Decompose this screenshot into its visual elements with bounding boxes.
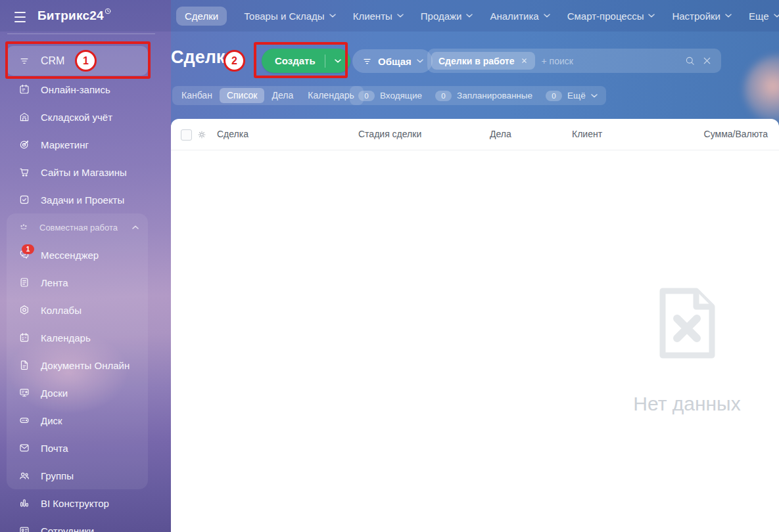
empty-state: Нет данных bbox=[592, 286, 779, 415]
view-tab-список[interactable]: Список bbox=[220, 88, 265, 103]
sidebar-item-сайты-и-магазины[interactable]: Сайты и Магазины bbox=[7, 158, 148, 186]
sidebar-section-label: Совместная работа bbox=[39, 223, 118, 233]
view-tab-дела[interactable]: Дела bbox=[264, 88, 300, 103]
sidebar-item-label: Сотрудники bbox=[41, 525, 94, 532]
topnav-item-сделки[interactable]: Сделки bbox=[176, 7, 227, 26]
topnav-item-label: Клиенты bbox=[353, 11, 392, 22]
table-header-row: СделкаСтадия сделкиДелаКлиентСумма/Валют… bbox=[171, 119, 779, 150]
brand-name: Битрикс24 bbox=[37, 9, 104, 22]
sidebar-item-label: Сайты и Магазины bbox=[41, 167, 127, 178]
topnav-item-аналитика[interactable]: Аналитика bbox=[490, 11, 550, 22]
filter-tag[interactable]: Сделки в работе bbox=[431, 52, 535, 70]
chevron-up-icon[interactable] bbox=[132, 225, 139, 229]
topnav-item-продажи[interactable]: Продажи bbox=[421, 11, 473, 22]
sidebar-item-онлайн-запись[interactable]: Онлайн-запись bbox=[7, 76, 148, 103]
topnav-item-еще[interactable]: Еще bbox=[749, 11, 779, 22]
board-icon bbox=[18, 387, 30, 399]
counter-входящие[interactable]: 0Входящие bbox=[352, 91, 429, 101]
column-header-1[interactable]: Стадия сделки bbox=[358, 119, 421, 150]
sidebar-item-label: Лента bbox=[41, 277, 68, 288]
sidebar-item-label: Онлайн-запись bbox=[41, 84, 110, 95]
topnav-item-клиенты[interactable]: Клиенты bbox=[353, 11, 404, 22]
sidebar-item-label: Документы Онлайн bbox=[41, 360, 130, 371]
remove-filter-icon[interactable] bbox=[521, 57, 528, 64]
column-header-2[interactable]: Дела bbox=[490, 119, 511, 150]
counter-tabs: 0Входящие0Запланированные0Ещё bbox=[350, 86, 606, 105]
search-icon[interactable] bbox=[684, 55, 696, 66]
funnel-selector[interactable]: Общая bbox=[352, 49, 433, 73]
create-button-dropdown[interactable] bbox=[325, 59, 350, 63]
search-placeholder: + поиск bbox=[542, 56, 684, 66]
chevron-down-icon bbox=[648, 14, 655, 18]
sidebar-item-диск[interactable]: Диск bbox=[7, 407, 148, 434]
sidebar-item-доски[interactable]: Доски bbox=[7, 379, 148, 407]
feed-icon bbox=[18, 277, 30, 288]
topnav-item-настройки[interactable]: Настройки bbox=[672, 11, 732, 22]
annotation-step-2: 2 bbox=[224, 50, 245, 72]
chevron-down-icon bbox=[544, 14, 550, 18]
column-header-4[interactable]: Сумма/Валюта bbox=[704, 119, 768, 150]
sidebar-item-коллабы[interactable]: Коллабы bbox=[7, 296, 148, 324]
funnel-icon bbox=[18, 55, 30, 67]
sidebar-item-календарь[interactable]: Календарь bbox=[7, 324, 148, 351]
clear-search-icon[interactable] bbox=[701, 55, 713, 66]
marketing-icon bbox=[18, 139, 30, 150]
column-header-3[interactable]: Клиент bbox=[572, 119, 602, 150]
topnav-item-label: Смарт-процессы bbox=[567, 11, 644, 22]
column-header-0[interactable]: Сделка bbox=[217, 119, 248, 150]
counter-ещё[interactable]: 0Ещё bbox=[539, 91, 604, 101]
clock-icon bbox=[105, 8, 111, 14]
sidebar-item-складской-учёт[interactable]: Складской учёт bbox=[7, 103, 148, 131]
sidebar-item-почта[interactable]: Почта bbox=[7, 434, 148, 462]
chevron-down-icon bbox=[774, 14, 779, 18]
background-decoration bbox=[744, 55, 779, 124]
sidebar-item-label: Коллабы bbox=[41, 305, 82, 316]
groups-icon bbox=[18, 470, 30, 481]
sidebar-item-группы[interactable]: Группы bbox=[7, 462, 148, 489]
sidebar-item-label: Складской учёт bbox=[41, 112, 112, 123]
task-check-icon bbox=[18, 194, 30, 206]
annotation-step-1: 1 bbox=[75, 50, 97, 72]
chevron-down-icon bbox=[397, 14, 404, 18]
menu-icon[interactable] bbox=[14, 12, 26, 19]
deals-table-panel: СделкаСтадия сделкиДелаКлиентСумма/Валют… bbox=[171, 119, 779, 532]
top-navigation: СделкиТовары и СкладыКлиентыПродажиАнали… bbox=[176, 0, 779, 32]
sidebar-item-мессенджер[interactable]: 1Мессенджер bbox=[7, 241, 148, 269]
funnel-icon bbox=[362, 56, 373, 67]
sidebar-item-задачи-и-проекты[interactable]: Задачи и Проекты bbox=[7, 186, 148, 213]
sidebar-item-label: Задачи и Проекты bbox=[41, 194, 124, 206]
gear-icon[interactable] bbox=[197, 129, 207, 140]
counter-label: Ещё bbox=[567, 91, 586, 100]
topnav-item-товары-и-склады[interactable]: Товары и Склады bbox=[244, 11, 336, 22]
sidebar-item-label: Группы bbox=[41, 470, 74, 481]
select-all-checkbox[interactable] bbox=[181, 129, 192, 141]
chevron-down-icon bbox=[466, 14, 473, 18]
counter-label: Запланированные bbox=[457, 91, 532, 100]
empty-state-text: Нет данных bbox=[592, 393, 779, 415]
sidebar-section-collaboration[interactable]: Совместная работа bbox=[7, 213, 148, 241]
document-icon bbox=[18, 359, 30, 371]
calendar-clock-icon bbox=[18, 83, 30, 95]
sidebar-item-документы-онлайн[interactable]: Документы Онлайн bbox=[7, 351, 148, 379]
topnav-item-смарт-процессы[interactable]: Смарт-процессы bbox=[567, 11, 655, 22]
sidebar-item-bi-конструктор[interactable]: BI Конструктор bbox=[7, 489, 148, 517]
view-tab-канбан[interactable]: Канбан bbox=[174, 88, 220, 103]
brand-logo[interactable]: Битрикс24 bbox=[37, 8, 111, 23]
topnav-item-label: Продажи bbox=[421, 11, 462, 22]
no-data-document-icon bbox=[657, 286, 717, 363]
messenger-icon: 1 bbox=[18, 249, 30, 261]
sidebar-item-label: CRM bbox=[41, 55, 64, 67]
search-bar[interactable]: Сделки в работе + поиск bbox=[427, 49, 721, 73]
topnav-item-label: Еще bbox=[749, 11, 769, 22]
sidebar-item-label: Диск bbox=[41, 415, 62, 426]
sidebar-item-лента[interactable]: Лента bbox=[7, 269, 148, 296]
counter-запланированные[interactable]: 0Запланированные bbox=[429, 91, 539, 101]
cart-icon bbox=[18, 166, 30, 178]
sidebar-item-маркетинг[interactable]: Маркетинг bbox=[7, 131, 148, 158]
sidebar-item-сотрудники[interactable]: Сотрудники bbox=[7, 517, 148, 532]
chevron-down-icon bbox=[335, 59, 341, 63]
calendar-icon bbox=[18, 332, 30, 344]
collaboration-group: Совместная работа1МессенджерЛентаКоллабы… bbox=[7, 213, 148, 489]
sidebar-item-label: Доски bbox=[41, 388, 68, 399]
create-deal-button[interactable]: Создать bbox=[262, 49, 350, 73]
